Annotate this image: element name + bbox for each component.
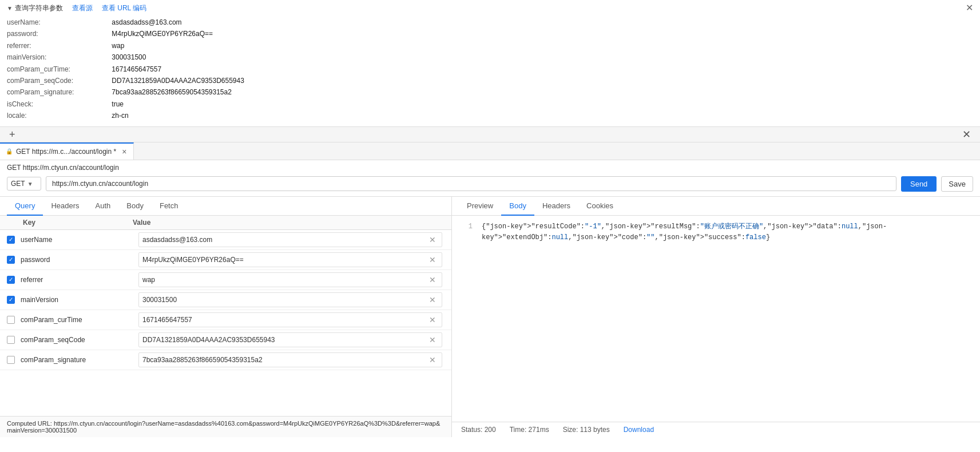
row-checkbox[interactable] [7,256,15,264]
query-param-key: comParam_signature [7,86,110,98]
sub-tab-auth[interactable]: Auth [88,197,119,216]
right-tab-cookies[interactable]: Cookies [578,197,621,216]
computed-url-value: https://m.ctyun.cn/account/login?userNam… [7,420,440,434]
right-tab-body[interactable]: Body [501,197,534,216]
download-link[interactable]: Download [624,426,654,434]
url-input[interactable] [46,176,896,191]
computed-url: Computed URL: https://m.ctyun.cn/account… [0,416,451,437]
table-row: userName asdasdadss@163.com ✕ [0,230,451,250]
query-param-row: password M4rpUkzQiMGE0YP6YR26aQ== [7,28,973,39]
query-param-row: referrer wap [7,40,973,51]
row-checkbox[interactable] [7,356,15,364]
row-value: asdasdadss@163.com [142,236,427,244]
query-param-key: isCheck [7,98,110,110]
query-param-value: zh-cn [110,110,129,121]
delete-row-btn[interactable]: ✕ [427,335,438,344]
right-panel: PreviewBodyHeadersCookies 1 {"json-key">… [452,197,980,437]
method-label: GET [11,180,25,188]
row-value-wrapper: 1671465647557 ✕ [138,312,442,327]
row-checkbox[interactable] [7,276,15,284]
value-col-header: Value [133,219,445,227]
right-tab-headers[interactable]: Headers [534,197,578,216]
tab-label: GET https://m.c.../account/login * [16,148,116,156]
key-col-header: Key [7,219,133,227]
left-panel: QueryHeadersAuthBodyFetch Key Value user… [0,197,452,437]
status-code: Status: 200 [461,426,496,434]
query-param-key: referrer [7,40,110,51]
response-line: 1 {"json-key">"resultCode":"-1","json-ke… [461,221,971,243]
lock-icon: 🔒 [6,148,13,154]
method-select[interactable]: GET ▼ [7,177,41,191]
row-value-wrapper: 300031500 ✕ [138,292,442,307]
query-param-row: isCheck true [7,98,973,110]
sub-tab-headers[interactable]: Headers [43,197,87,216]
row-value: DD7A1321859A0D4AAA2AC9353D655943 [142,336,427,344]
row-checkbox[interactable] [7,336,15,344]
query-param-row: userName asdasdadss@163.com [7,17,973,28]
delete-row-btn[interactable]: ✕ [427,235,438,244]
send-button[interactable]: Send [901,176,937,192]
row-key: mainVersion [21,296,138,304]
url-bar: GET ▼ Send Save [0,172,980,197]
query-param-value: true [110,98,124,110]
query-param-row: locale zh-cn [7,110,973,121]
query-params-panel: ▼ 查询字符串参数 查看源 查看 URL 编码 userName asdasda… [0,0,980,127]
row-key: comParam_curTime [21,316,138,324]
add-tab-bar: + ✕ [0,127,980,142]
sub-tabs: QueryHeadersAuthBodyFetch [0,197,451,216]
delete-row-btn[interactable]: ✕ [427,275,438,284]
query-param-row: mainVersion 300031500 [7,51,973,63]
row-value: wap [142,276,427,284]
query-param-key: userName [7,17,110,28]
right-tab-preview[interactable]: Preview [459,197,501,216]
table-row: referrer wap ✕ [0,270,451,290]
row-checkbox[interactable] [7,296,15,304]
query-params-table: userName asdasdadss@163.compassword M4rp… [7,17,973,122]
tab-close-btn[interactable]: × [122,147,126,156]
row-key: comParam_seqCode [21,336,138,344]
query-param-key: mainVersion [7,51,110,63]
sub-tab-fetch[interactable]: Fetch [152,197,187,216]
delete-row-btn[interactable]: ✕ [427,255,438,264]
view-source-btn[interactable]: 查看源 [72,3,93,13]
delete-row-btn[interactable]: ✕ [427,295,438,304]
query-param-value: asdasdadss@163.com [110,17,182,28]
add-tab-btn[interactable]: + [7,129,18,140]
table-row: comParam_curTime 1671465647557 ✕ [0,310,451,330]
query-param-value: M4rpUkzQiMGE0YP6YR26aQ== [110,28,213,39]
request-title: GET https://m.ctyun.cn/account/login [0,160,980,172]
delete-row-btn[interactable]: ✕ [427,355,438,364]
response-body: 1 {"json-key">"resultCode":"-1","json-ke… [452,216,980,422]
query-param-row: comParam_signature 7bca93aa2885263f86659… [7,86,973,98]
row-value: 7bca93aa2885263f86659054359315a2 [142,356,427,364]
table-row: mainVersion 300031500 ✕ [0,290,451,310]
section-title: ▼ 查询字符串参数 [7,3,63,13]
row-key: password [21,256,138,264]
status-bar: Status: 200 Time: 271ms Size: 113 bytes … [452,422,980,437]
query-param-value: DD7A1321859A0D4AAA2AC9353D655943 [110,75,244,86]
query-param-row: comParam_seqCode DD7A1321859A0D4AAA2AC93… [7,75,973,86]
view-url-encoded-btn[interactable]: 查看 URL 编码 [102,3,146,13]
row-value: 300031500 [142,296,427,304]
query-param-value: 300031500 [110,51,146,63]
query-param-value: 1671465647557 [110,64,161,75]
query-param-key: comParam_curTime [7,64,110,75]
sub-tab-query[interactable]: Query [7,197,43,216]
collapse-arrow[interactable]: ▼ [7,5,13,11]
query-param-value: wap [110,40,124,51]
row-checkbox[interactable] [7,236,15,244]
save-button[interactable]: Save [941,176,973,192]
right-tabs: PreviewBodyHeadersCookies [452,197,980,216]
request-tab[interactable]: 🔒 GET https://m.c.../account/login * × [0,142,134,160]
row-value-wrapper: DD7A1321859A0D4AAA2AC9353D655943 ✕ [138,332,442,347]
close-all-btn[interactable]: ✕ [960,129,973,140]
row-checkbox[interactable] [7,316,15,324]
query-param-key: comParam_seqCode [7,75,110,86]
row-value-wrapper: asdasdadss@163.com ✕ [138,232,442,247]
row-value: M4rpUkzQiMGE0YP6YR26aQ== [142,256,427,264]
line-number: 1 [461,221,473,243]
sub-tab-body[interactable]: Body [118,197,152,216]
delete-row-btn[interactable]: ✕ [427,315,438,324]
close-top-panel-btn[interactable]: ✕ [966,3,973,13]
row-key: referrer [21,276,138,284]
